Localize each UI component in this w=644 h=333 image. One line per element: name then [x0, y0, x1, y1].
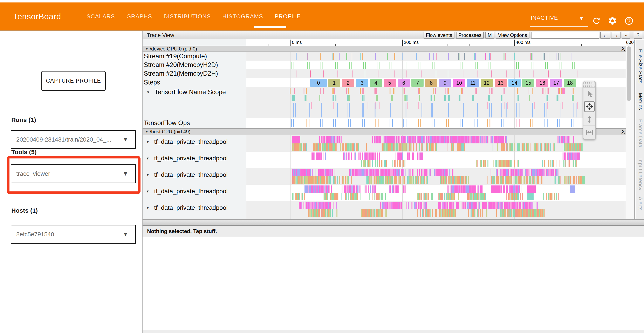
- step-chip-3[interactable]: 3: [356, 79, 368, 87]
- side-tab-input-latency[interactable]: Input Latency: [636, 158, 644, 190]
- vertical-scrollbar-thumb[interactable]: [627, 46, 631, 101]
- cpu-section-header[interactable]: ▾ /host:CPU (pid 49) X: [142, 128, 626, 135]
- side-tab-alerts[interactable]: Alerts: [636, 197, 644, 210]
- step-chip-15[interactable]: 15: [522, 79, 534, 87]
- tool-palette: [583, 81, 596, 140]
- cpu-row-0: ▾tf_data_private_threadpool: [147, 137, 228, 147]
- tab-graphs[interactable]: GRAPHS: [126, 13, 152, 20]
- step-chip-11[interactable]: 11: [467, 79, 479, 87]
- side-tab-file-size-stats[interactable]: File Size Stats: [636, 49, 644, 83]
- collapse-triangle-icon[interactable]: ▾: [147, 205, 149, 210]
- zoom-tool[interactable]: [584, 113, 596, 126]
- capture-profile-button[interactable]: CAPTURE PROFILE: [41, 71, 106, 91]
- ruler-minor-tick: [492, 44, 492, 46]
- cpu-row-3: ▾tf_data_private_threadpool: [147, 186, 228, 196]
- row-label-text: tf_data_private_threadpool: [154, 171, 228, 178]
- ruler-major-label: 200 ms: [404, 40, 418, 45]
- trace-btn-m[interactable]: M: [485, 32, 494, 39]
- app-logo: TensorBoard: [13, 2, 61, 30]
- hosts-select[interactable]: 8efc5e791540 ▼: [11, 225, 136, 244]
- ruler-minor-tick: [470, 44, 470, 46]
- collapse-triangle-icon[interactable]: ▾: [147, 189, 149, 194]
- collapse-triangle-icon[interactable]: ▾: [146, 130, 148, 134]
- ruler-label-column: [142, 39, 246, 46]
- chevron-down-icon: ▼: [122, 170, 128, 177]
- step-chip-14[interactable]: 14: [508, 79, 520, 87]
- row-label-text: Stream #21(MemcpyD2H): [144, 70, 218, 77]
- side-tab-metrics[interactable]: Metrics: [636, 93, 644, 110]
- runs-value: 20200409-231431/train/2020_04_...: [16, 136, 111, 143]
- ruler-major-label: 400 ms: [516, 40, 530, 45]
- runs-select[interactable]: 20200409-231431/train/2020_04_... ▼: [11, 130, 136, 149]
- collapse-triangle-icon[interactable]: ▾: [146, 46, 148, 51]
- ruler-minor-tick: [335, 44, 336, 46]
- prev-button[interactable]: ←: [600, 32, 610, 39]
- ruler-major-tick: [402, 40, 403, 46]
- more-button[interactable]: »: [622, 32, 630, 39]
- ruler-major-tick: [290, 40, 291, 46]
- trace-timeline-canvas[interactable]: [246, 52, 626, 219]
- close-icon[interactable]: X: [621, 128, 625, 135]
- step-chip-16[interactable]: 16: [536, 79, 548, 87]
- palette-drag-handle[interactable]: [584, 82, 596, 88]
- row-label-text: tf_data_private_threadpool: [154, 155, 228, 162]
- trace-view-title: Trace View: [147, 32, 174, 38]
- collapse-triangle-icon[interactable]: ▾: [147, 156, 149, 161]
- step-chip-6[interactable]: 6: [398, 79, 410, 87]
- step-chip-17[interactable]: 17: [550, 79, 562, 87]
- horizontal-scrollbar[interactable]: [142, 220, 644, 224]
- ruler-minor-tick: [604, 44, 604, 46]
- collapse-triangle-icon[interactable]: ▾: [147, 172, 149, 177]
- side-tab-frame-data[interactable]: Frame Data: [636, 119, 644, 147]
- ruler-minor-tick: [313, 44, 313, 46]
- help-icon[interactable]: [624, 16, 634, 26]
- trace-btn-flow-events[interactable]: Flow events: [424, 32, 454, 39]
- status-dropdown[interactable]: INACTIVE ▼: [530, 12, 589, 27]
- step-chip-8[interactable]: 8: [425, 79, 437, 87]
- row-label-text: Stream #19(Compute): [144, 52, 207, 60]
- tab-distributions[interactable]: DISTRIBUTIONS: [164, 13, 211, 20]
- step-chip-1[interactable]: 1: [328, 79, 340, 87]
- trace-btn-view-options[interactable]: View Options: [496, 32, 530, 39]
- chevron-down-icon: ▼: [122, 231, 128, 238]
- step-chip-7[interactable]: 7: [412, 79, 424, 87]
- tools-select[interactable]: trace_viewer ▼: [11, 164, 136, 183]
- step-chip-9[interactable]: 9: [439, 79, 451, 87]
- step-chip-18[interactable]: 18: [564, 79, 576, 87]
- tab-scalars[interactable]: SCALARS: [86, 13, 115, 20]
- close-icon[interactable]: X: [621, 46, 625, 52]
- hosts-label: Hosts (1): [11, 207, 38, 214]
- pan-tool[interactable]: [584, 100, 596, 113]
- row-label-text: tf_data_private_threadpool: [154, 188, 228, 195]
- step-chip-5[interactable]: 5: [384, 79, 396, 87]
- next-button[interactable]: →: [611, 32, 620, 39]
- ruler-minor-tick: [268, 44, 268, 46]
- step-chip-2[interactable]: 2: [342, 79, 354, 87]
- gpu-row-4[interactable]: ▾TensorFlow Name Scope: [147, 87, 226, 97]
- gear-icon[interactable]: [608, 16, 617, 26]
- step-chip-4[interactable]: 4: [370, 79, 382, 87]
- help-button[interactable]: ?: [634, 32, 642, 39]
- collapse-triangle-icon[interactable]: ▾: [147, 139, 149, 144]
- ruler-major-tick: [625, 40, 625, 46]
- step-chip-10[interactable]: 10: [453, 79, 465, 87]
- selection-tool[interactable]: [584, 88, 596, 100]
- step-chip-0[interactable]: 0: [310, 79, 327, 87]
- row-label-text: Stream #20(MemcpyH2D): [144, 61, 218, 68]
- trace-search-input[interactable]: [531, 32, 599, 39]
- gpu-section-header[interactable]: ▾ /device:GPU:0 (pid 0) X: [142, 46, 626, 52]
- gpu-row-1: Stream #20(MemcpyH2D): [144, 60, 218, 69]
- collapse-triangle-icon[interactable]: ▾: [147, 90, 149, 94]
- row-label-text: TensorFlow Name Scope: [154, 88, 226, 96]
- tab-profile[interactable]: PROFILE: [274, 13, 301, 20]
- trace-btn-processes[interactable]: Processes: [456, 32, 484, 39]
- step-chip-13[interactable]: 13: [495, 79, 507, 87]
- step-chip-12[interactable]: 12: [481, 79, 493, 87]
- ruler-minor-tick: [537, 44, 537, 46]
- timing-tool[interactable]: [584, 126, 596, 139]
- chevron-down-icon: ▼: [122, 136, 128, 143]
- tab-histograms[interactable]: HISTOGRAMS: [222, 13, 263, 20]
- tools-value: trace_viewer: [16, 170, 50, 177]
- refresh-icon[interactable]: [592, 16, 601, 26]
- row-label-text: TensorFlow Ops: [144, 119, 190, 127]
